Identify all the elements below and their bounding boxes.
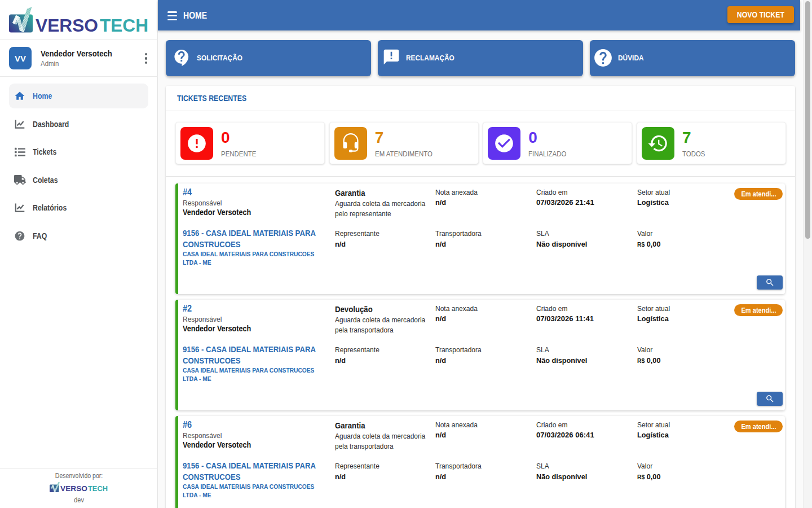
svg-text:TECH: TECH (88, 484, 108, 493)
svg-text:VERSO: VERSO (36, 15, 98, 36)
svg-text:VERSO: VERSO (60, 484, 87, 493)
svg-text:TECH: TECH (100, 15, 148, 36)
